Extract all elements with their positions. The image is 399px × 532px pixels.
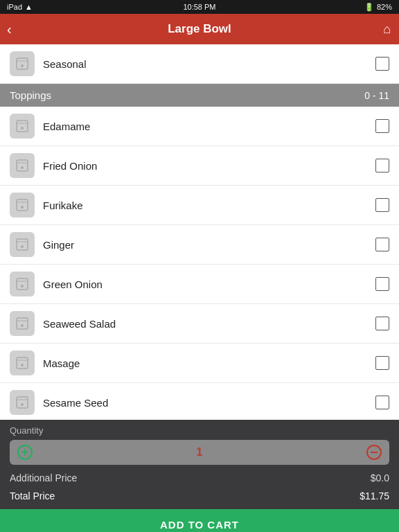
topping-icon <box>10 153 35 178</box>
svg-point-2 <box>21 64 24 67</box>
list-item: Edamame <box>0 107 399 146</box>
topping-checkbox[interactable] <box>375 159 389 172</box>
home-button[interactable]: ⌂ <box>383 22 391 37</box>
topping-icon <box>10 311 35 336</box>
back-button[interactable]: ‹ <box>7 21 12 37</box>
scroll-content[interactable]: Seasonal Toppings 0 - 11 Edamame Fried O… <box>0 44 399 420</box>
total-price-label: Total Price <box>10 490 55 502</box>
svg-point-20 <box>21 324 24 327</box>
toppings-range: 0 - 11 <box>364 90 389 101</box>
status-left: iPad ▲ <box>7 3 33 11</box>
topping-label: Ginger <box>43 239 375 251</box>
topping-icon <box>10 390 35 415</box>
quantity-value: 1 <box>40 446 359 459</box>
carrier-label: iPad <box>7 3 22 11</box>
top-seasonal-label: Seasonal <box>43 58 375 70</box>
svg-rect-6 <box>17 160 28 171</box>
total-price-row: Total Price $11.75 <box>0 487 399 505</box>
topping-checkbox[interactable] <box>375 119 389 133</box>
toppings-section-header: Toppings 0 - 11 <box>0 84 399 107</box>
add-to-cart-button[interactable]: ADD TO CART <box>0 509 399 532</box>
status-right: 🔋 82% <box>364 3 392 12</box>
topping-label: Furikake <box>43 200 375 211</box>
topping-label: Sesame Seed <box>43 397 375 409</box>
total-price-value: $11.75 <box>360 490 389 502</box>
header: ‹ Large Bowl ⌂ <box>0 14 399 44</box>
topping-checkbox[interactable] <box>375 198 389 212</box>
quantity-decrement-button[interactable] <box>359 440 389 465</box>
topping-icon <box>10 193 35 218</box>
topping-icon <box>10 351 35 375</box>
svg-point-5 <box>21 127 24 130</box>
additional-price-label: Additional Price <box>10 472 77 484</box>
list-item: Fried Onion <box>0 146 399 186</box>
battery-icon: 🔋 <box>364 3 374 12</box>
topping-checkbox[interactable] <box>375 356 389 370</box>
svg-point-8 <box>21 166 24 169</box>
svg-point-14 <box>21 245 24 248</box>
status-bar: iPad ▲ 10:58 PM 🔋 82% <box>0 0 399 14</box>
quantity-increment-button[interactable] <box>10 440 40 465</box>
svg-rect-24 <box>17 397 28 408</box>
back-arrow-icon: ‹ <box>7 21 12 37</box>
topping-checkbox[interactable] <box>375 238 389 251</box>
topping-label: Seaweed Salad <box>43 318 375 330</box>
top-seasonal-icon <box>10 51 35 76</box>
page-title: Large Bowl <box>168 22 231 36</box>
bottom-panel: Quantity 1 Additional Price $0.0 Total P… <box>0 420 399 532</box>
list-item: Sesame Seed <box>0 383 399 420</box>
svg-rect-21 <box>17 357 28 369</box>
home-icon: ⌂ <box>383 22 391 36</box>
list-item: Green Onion <box>0 265 399 304</box>
topping-label: Edamame <box>43 121 375 132</box>
list-item: Furikake <box>0 186 399 225</box>
additional-price-row: Additional Price $0.0 <box>0 469 399 487</box>
svg-point-23 <box>21 364 24 366</box>
topping-label: Masage <box>43 357 375 369</box>
topping-checkbox[interactable] <box>375 396 389 409</box>
toppings-label: Toppings <box>10 89 51 101</box>
topping-label: Fried Onion <box>43 160 375 172</box>
topping-icon <box>10 232 35 257</box>
svg-rect-9 <box>17 200 28 211</box>
list-item: Ginger <box>0 225 399 265</box>
topping-label: Green Onion <box>43 278 375 290</box>
quantity-stepper: 1 <box>10 440 389 465</box>
additional-price-value: $0.0 <box>371 472 389 484</box>
battery-label: 82% <box>377 3 392 11</box>
svg-point-26 <box>21 403 24 406</box>
svg-rect-15 <box>17 278 28 290</box>
svg-rect-18 <box>17 318 28 329</box>
svg-point-17 <box>21 285 24 287</box>
svg-point-11 <box>21 206 24 209</box>
list-item: Seaweed Salad <box>0 304 399 344</box>
list-item: Masage <box>0 344 399 383</box>
topping-icon <box>10 114 35 139</box>
svg-rect-3 <box>17 121 28 132</box>
quantity-section: Quantity 1 <box>0 420 399 469</box>
top-seasonal-checkbox[interactable] <box>375 57 389 71</box>
top-seasonal-row: Seasonal <box>0 44 399 84</box>
svg-rect-12 <box>17 239 28 250</box>
quantity-label: Quantity <box>10 425 389 436</box>
topping-checkbox[interactable] <box>375 317 389 330</box>
topping-icon <box>10 272 35 296</box>
wifi-icon: ▲ <box>25 3 33 11</box>
status-time: 10:58 PM <box>183 3 215 11</box>
topping-checkbox[interactable] <box>375 277 389 291</box>
svg-rect-0 <box>17 58 28 69</box>
